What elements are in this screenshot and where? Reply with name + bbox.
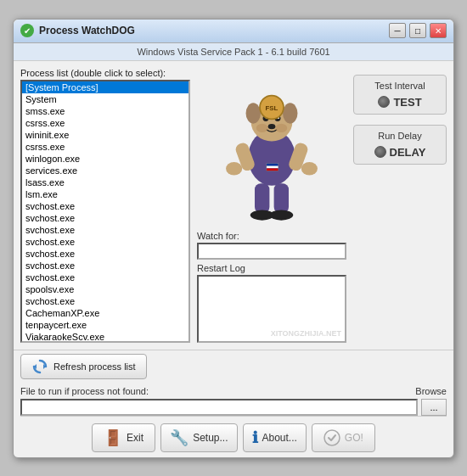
- close-button[interactable]: ✕: [430, 23, 447, 38]
- list-item[interactable]: svchost.exe: [22, 272, 188, 283]
- exit-label: Exit: [127, 432, 143, 444]
- file-path-input[interactable]: [20, 399, 418, 416]
- refresh-icon: [31, 358, 48, 375]
- list-item[interactable]: csrss.exe: [22, 141, 188, 153]
- run-delay-label: DELAY: [390, 146, 426, 159]
- main-content: Process list (double click to select): […: [14, 61, 453, 350]
- list-item[interactable]: svchost.exe: [22, 200, 188, 212]
- svg-rect-22: [267, 165, 279, 168]
- titlebar: ✔ Process WatchDOG ─ □ ✕: [14, 20, 453, 43]
- list-item[interactable]: tenpaycert.exe: [22, 319, 188, 331]
- list-item[interactable]: winlogon.exe: [22, 153, 188, 165]
- svg-rect-23: [267, 168, 279, 171]
- setup-label: Setup...: [193, 432, 228, 444]
- browse-label: Browse: [415, 386, 447, 396]
- bottom-section: Refresh process list File to run if proc…: [14, 350, 453, 457]
- subtitle-bar: Windows Vista Service Pack 1 - 6.1 build…: [14, 43, 453, 61]
- run-delay-group: Run Delay DELAY: [353, 125, 447, 165]
- test-interval-group: Test Interval TEST: [353, 75, 447, 115]
- file-input-container: ...: [20, 399, 447, 416]
- list-item[interactable]: System: [22, 93, 188, 105]
- list-item[interactable]: svchost.exe: [22, 236, 188, 248]
- list-item[interactable]: smss.exe: [22, 105, 188, 117]
- list-item[interactable]: svchost.exe: [22, 260, 188, 272]
- setup-icon: 🔧: [170, 428, 188, 447]
- test-interval-row[interactable]: TEST: [361, 96, 439, 109]
- run-delay-row[interactable]: DELAY: [361, 146, 439, 159]
- svg-point-8: [268, 124, 276, 129]
- test-interval-led: [378, 96, 390, 108]
- list-item[interactable]: ViakaraokeScv.exe: [22, 331, 188, 343]
- list-item[interactable]: svchost.exe: [22, 248, 188, 260]
- browse-button[interactable]: ...: [421, 399, 447, 416]
- list-item[interactable]: lsass.exe: [22, 176, 188, 188]
- svg-point-2: [246, 103, 261, 123]
- bottom-buttons: 🚪 Exit 🔧 Setup... ℹ About... GO!: [20, 416, 447, 452]
- left-panel: Process list (double click to select): […: [20, 68, 190, 343]
- svg-text:FSL: FSL: [266, 104, 279, 112]
- svg-point-16: [301, 161, 318, 175]
- app-icon: ✔: [20, 24, 34, 37]
- window-title: Process WatchDOG: [39, 25, 389, 36]
- svg-point-9: [256, 123, 268, 132]
- list-item[interactable]: lsm.exe: [22, 188, 188, 200]
- subtitle-text: Windows Vista Service Pack 1 - 6.1 build…: [137, 47, 329, 57]
- list-item[interactable]: [System Process]: [22, 81, 188, 93]
- list-item[interactable]: svchost.exe: [22, 295, 188, 307]
- watch-for-section: Watch for: Restart Log XITONGZHIJIA.NET: [197, 231, 346, 343]
- svg-point-15: [226, 161, 242, 175]
- process-list[interactable]: [System Process]Systemsmss.execsrss.exew…: [20, 80, 190, 343]
- svg-point-3: [283, 103, 297, 123]
- setup-button[interactable]: 🔧 Setup...: [160, 423, 237, 452]
- watch-for-input[interactable]: [197, 243, 346, 260]
- test-interval-title: Test Interval: [361, 81, 439, 91]
- exit-button[interactable]: 🚪 Exit: [92, 423, 155, 452]
- go-label: GO!: [345, 432, 363, 444]
- dog-mascot: FSL: [217, 76, 327, 224]
- list-item[interactable]: csrss.exe: [22, 117, 188, 129]
- go-icon: [324, 429, 340, 446]
- list-item[interactable]: svchost.exe: [22, 224, 188, 236]
- list-item[interactable]: CachemanXP.exe: [22, 307, 188, 319]
- list-item[interactable]: wininit.exe: [22, 129, 188, 141]
- svg-point-10: [275, 123, 287, 132]
- watermark: XITONGZHIJIA.NET: [271, 329, 341, 338]
- about-button[interactable]: ℹ About...: [243, 423, 307, 452]
- refresh-label: Refresh process list: [53, 361, 136, 372]
- list-item[interactable]: svchost.exe: [22, 212, 188, 224]
- restart-log-label: Restart Log: [197, 263, 346, 273]
- process-list-label: Process list (double click to select):: [20, 68, 190, 78]
- exit-icon: 🚪: [104, 428, 122, 447]
- maximize-button[interactable]: □: [409, 23, 426, 38]
- run-delay-led: [374, 146, 386, 158]
- about-label: About...: [262, 432, 297, 444]
- list-item[interactable]: spoolsv.exe: [22, 283, 188, 295]
- run-delay-title: Run Delay: [361, 131, 439, 141]
- refresh-button[interactable]: Refresh process list: [20, 354, 147, 379]
- about-icon: ℹ: [252, 428, 258, 447]
- minimize-button[interactable]: ─: [389, 23, 406, 38]
- svg-point-20: [269, 210, 293, 220]
- right-panel: Test Interval TEST Run Delay DELAY: [353, 68, 447, 343]
- watch-for-label: Watch for:: [197, 231, 346, 241]
- go-button[interactable]: GO!: [312, 423, 375, 452]
- svg-point-27: [324, 430, 340, 445]
- titlebar-buttons: ─ □ ✕: [389, 23, 447, 38]
- list-item[interactable]: services.exe: [22, 165, 188, 176]
- svg-rect-17: [255, 183, 269, 213]
- test-interval-label: TEST: [393, 96, 421, 109]
- main-window: ✔ Process WatchDOG ─ □ ✕ Windows Vista S…: [13, 19, 454, 458]
- middle-panel: FSL Watch for:: [197, 68, 346, 343]
- file-label: File to run if process not found:: [20, 386, 415, 396]
- restart-log-box[interactable]: XITONGZHIJIA.NET: [197, 275, 346, 343]
- svg-rect-18: [274, 183, 289, 213]
